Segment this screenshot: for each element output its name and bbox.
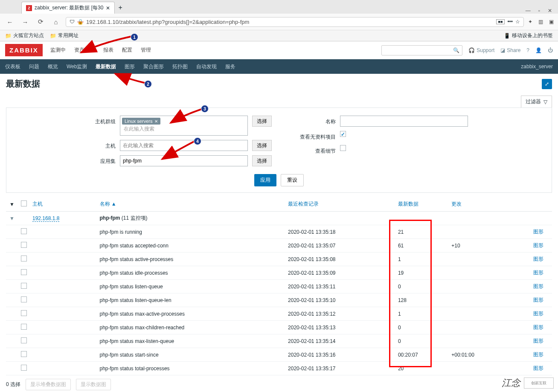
row-checkbox[interactable]	[21, 324, 27, 330]
select-all-checkbox[interactable]	[21, 200, 27, 206]
maximize-icon[interactable]: ▫	[538, 8, 540, 14]
host-group-input[interactable]: Linux servers✕ 在此输入搜索	[120, 116, 248, 136]
item-value: 21	[395, 225, 449, 239]
filter-toggle[interactable]: 过滤器 ▽	[521, 96, 552, 107]
forward-button[interactable]: →	[20, 16, 31, 27]
select-host-group-button[interactable]: 选择	[252, 116, 272, 127]
stacked-graph-button: 显示堆叠数据图	[26, 379, 71, 390]
global-search[interactable]: 🔍	[381, 45, 462, 55]
subnav-6[interactable]: 聚合图形	[143, 63, 164, 70]
col-host[interactable]: 主机	[30, 197, 97, 212]
col-last-data[interactable]: 最新数据	[395, 197, 449, 212]
col-last-check[interactable]: 最近检查记录	[285, 197, 395, 212]
item-name: php-fpm status idle-processes	[97, 266, 286, 280]
show-details-checkbox[interactable]	[340, 145, 346, 151]
item-change	[449, 253, 507, 266]
graph-link[interactable]: 图形	[533, 365, 543, 371]
host-group-tag[interactable]: Linux servers✕	[122, 118, 160, 125]
show-no-data-checkbox[interactable]	[340, 131, 346, 137]
fullscreen-button[interactable]: ⤢	[542, 79, 552, 89]
more-icon[interactable]: •••	[507, 19, 513, 25]
url-input[interactable]	[86, 19, 494, 25]
bookmark-item-2[interactable]: 📁 常用网址	[50, 32, 78, 39]
host-link[interactable]: 192.168.1.8	[32, 215, 59, 222]
row-checkbox[interactable]	[21, 269, 27, 275]
row-checkbox[interactable]	[21, 351, 27, 357]
row-checkbox[interactable]	[21, 337, 27, 343]
step-badge-4: 4	[194, 137, 201, 145]
mobile-bookmarks[interactable]: 📱 移动设备上的书签	[504, 32, 553, 39]
browser-tab[interactable]: Z zabbix_server: 最新数据 [每30 ✕	[21, 2, 115, 14]
graph-link[interactable]: 图形	[533, 242, 543, 248]
menu-inventory[interactable]: 资产记录	[74, 46, 95, 54]
graph-link[interactable]: 图形	[533, 324, 543, 330]
subnav-7[interactable]: 拓扑图	[172, 63, 188, 70]
user-icon[interactable]: 👤	[535, 47, 542, 53]
back-button[interactable]: ←	[4, 16, 15, 27]
logout-icon[interactable]: ⏻	[548, 47, 553, 53]
remove-tag-icon[interactable]: ✕	[154, 119, 158, 124]
row-checkbox[interactable]	[21, 310, 27, 316]
support-link[interactable]: 🎧 Support	[468, 47, 494, 53]
reader-icon[interactable]: ■■	[496, 19, 505, 24]
page-title-row: 最新数据 ⤢	[0, 74, 558, 94]
apply-button[interactable]: 应用	[254, 174, 276, 186]
item-check: 2020-02-01 13:35:16	[285, 348, 395, 362]
row-checkbox[interactable]	[21, 365, 27, 371]
expand-group-icon[interactable]: ▼	[6, 212, 18, 225]
help-icon[interactable]: ?	[526, 47, 529, 53]
minimize-icon[interactable]: —	[526, 8, 531, 14]
subnav-3[interactable]: Web监测	[67, 63, 87, 70]
graph-link[interactable]: 图形	[533, 297, 543, 303]
graph-link[interactable]: 图形	[533, 283, 543, 289]
select-application-button[interactable]: 选择	[252, 155, 272, 166]
sidebar-icon[interactable]: ▣	[549, 19, 554, 25]
menu-admin[interactable]: 管理	[141, 46, 151, 54]
menu-config[interactable]: 配置	[122, 46, 132, 54]
subnav-9[interactable]: 服务	[225, 63, 235, 70]
label-application: 应用集	[90, 155, 116, 165]
row-checkbox[interactable]	[21, 228, 27, 234]
close-window-icon[interactable]: ✕	[548, 8, 552, 14]
zabbix-logo[interactable]: ZABBIX	[5, 44, 43, 56]
expand-all-header[interactable]: ▼	[6, 197, 18, 212]
menu-monitoring[interactable]: 监测中	[50, 46, 66, 54]
menu-reports[interactable]: 报表	[103, 46, 113, 54]
graph-link[interactable]: 图形	[533, 311, 543, 317]
select-host-button[interactable]: 选择	[252, 140, 272, 151]
col-change[interactable]: 更改	[449, 197, 507, 212]
url-box[interactable]: 🛡 🔒 ■■ ••• ☆	[66, 17, 524, 27]
subnav-1[interactable]: 问题	[29, 63, 39, 70]
row-checkbox[interactable]	[21, 256, 27, 261]
bookmark-item-1[interactable]: 📁 火狐官方站点	[5, 32, 44, 39]
col-name[interactable]: 名称 ▲	[97, 197, 286, 212]
row-checkbox[interactable]	[21, 283, 27, 289]
zabbix-favicon: Z	[26, 5, 32, 11]
graph-link[interactable]: 图形	[533, 256, 543, 262]
graph-link[interactable]: 图形	[533, 351, 543, 357]
graph-link[interactable]: 图形	[533, 338, 543, 344]
bookmark-star-icon[interactable]: ☆	[515, 19, 520, 25]
reset-button[interactable]: 重设	[281, 174, 304, 186]
host-input[interactable]	[120, 140, 248, 151]
subnav-5[interactable]: 图形	[125, 63, 135, 70]
graph-link[interactable]: 图形	[533, 229, 543, 235]
share-link[interactable]: ◪ Share	[500, 47, 520, 53]
new-tab-button[interactable]: +	[115, 2, 125, 14]
row-checkbox[interactable]	[21, 242, 27, 248]
subnav-2[interactable]: 概览	[48, 63, 58, 70]
subnav-4[interactable]: 最新数据	[96, 63, 116, 70]
subnav-8[interactable]: 自动发现	[196, 63, 217, 70]
name-input[interactable]	[340, 116, 468, 127]
library-icon[interactable]: ▥	[538, 19, 543, 25]
puzzle-icon[interactable]: ✦	[528, 19, 532, 25]
close-tab-icon[interactable]: ✕	[106, 5, 110, 11]
shield-icon[interactable]: 🛡	[70, 19, 75, 25]
subnav-0[interactable]: 仪表板	[5, 63, 20, 70]
reload-button[interactable]: ⟳	[35, 16, 46, 27]
home-button[interactable]: ⌂	[50, 16, 61, 27]
row-checkbox[interactable]	[21, 296, 27, 302]
graph-link[interactable]: 图形	[533, 270, 543, 276]
insecure-icon[interactable]: 🔒	[77, 19, 84, 25]
application-input[interactable]	[120, 155, 248, 166]
